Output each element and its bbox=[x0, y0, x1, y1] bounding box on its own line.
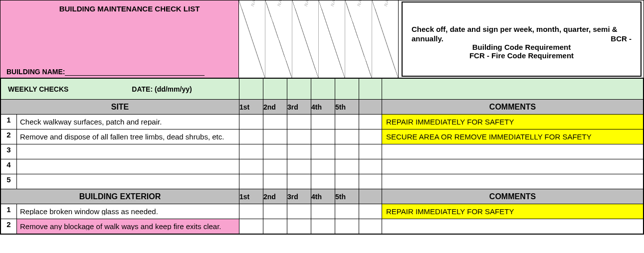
col-4th: 4th bbox=[311, 100, 335, 115]
weekly-checks-label: WEEKLY CHECKS bbox=[1, 85, 132, 93]
building-name-field[interactable]: BUILDING NAME: bbox=[6, 68, 232, 76]
check-1st[interactable] bbox=[239, 144, 263, 159]
building-name-label: BUILDING NAME: bbox=[6, 68, 65, 76]
col-2nd: 2nd bbox=[263, 189, 287, 204]
checklist-document: BUILDING MAINTENANCE CHECK LIST BUILDING… bbox=[0, 0, 644, 235]
check-4th[interactable] bbox=[311, 159, 335, 174]
check-2nd[interactable] bbox=[263, 174, 287, 189]
check-2nd[interactable] bbox=[263, 144, 287, 159]
check-3rd[interactable] bbox=[287, 129, 311, 144]
row-description bbox=[17, 174, 239, 189]
col-1st: 1st bbox=[239, 100, 263, 115]
weekly-date-2[interactable] bbox=[263, 79, 287, 100]
row-description: Check walkway surfaces, patch and repair… bbox=[17, 115, 239, 129]
row-number: 2 bbox=[1, 219, 17, 234]
weekly-date-3[interactable] bbox=[287, 79, 311, 100]
row-gap bbox=[359, 129, 382, 144]
row-number: 5 bbox=[1, 174, 17, 189]
weekly-date-5[interactable] bbox=[335, 79, 359, 100]
check-3rd[interactable] bbox=[287, 115, 311, 129]
name-slot-3[interactable]: NAME bbox=[292, 0, 319, 78]
table-row: 2Remove and dispose of all fallen tree l… bbox=[1, 129, 644, 144]
check-5th[interactable] bbox=[335, 219, 359, 234]
check-1st[interactable] bbox=[239, 159, 263, 174]
row-comment bbox=[382, 219, 644, 234]
check-4th[interactable] bbox=[311, 115, 335, 129]
check-4th[interactable] bbox=[311, 144, 335, 159]
name-slot-1[interactable]: NAME bbox=[239, 0, 265, 78]
col-5th: 5th bbox=[335, 100, 359, 115]
col-3rd: 3rd bbox=[287, 189, 311, 204]
check-2nd[interactable] bbox=[263, 219, 287, 234]
row-comment: REPAIR IMMEDIATELY FOR SAFETY bbox=[382, 115, 644, 129]
col-gap bbox=[359, 189, 382, 204]
check-3rd[interactable] bbox=[287, 144, 311, 159]
section-header-row: SITE1st2nd3rd4th5thCOMMENTS bbox=[1, 100, 644, 115]
section-title: BUILDING EXTERIOR bbox=[1, 189, 239, 204]
check-5th[interactable] bbox=[335, 129, 359, 144]
weekly-checks-row: WEEKLY CHECKS DATE: (dd/mm/yy) bbox=[1, 79, 644, 100]
check-4th[interactable] bbox=[311, 219, 335, 234]
row-description: Replace broken window glass as needed. bbox=[17, 204, 239, 219]
check-3rd[interactable] bbox=[287, 219, 311, 234]
instructions-line-4: FCR - Fire Code Requirement bbox=[412, 51, 632, 60]
check-4th[interactable] bbox=[311, 129, 335, 144]
name-slot-5[interactable]: NAME bbox=[345, 0, 372, 78]
check-5th[interactable] bbox=[335, 204, 359, 219]
table-row: 4 bbox=[1, 159, 644, 174]
table-row: 1Check walkway surfaces, patch and repai… bbox=[1, 115, 644, 129]
weekly-date-1[interactable] bbox=[239, 79, 263, 100]
row-comment bbox=[382, 159, 644, 174]
check-1st[interactable] bbox=[239, 115, 263, 129]
col-gap bbox=[359, 100, 382, 115]
weekly-date-label: DATE: (dd/mm/yy) bbox=[132, 85, 239, 93]
check-3rd[interactable] bbox=[287, 174, 311, 189]
row-gap bbox=[359, 174, 382, 189]
document-title: BUILDING MAINTENANCE CHECK LIST bbox=[6, 4, 232, 13]
check-2nd[interactable] bbox=[263, 115, 287, 129]
col-4th: 4th bbox=[311, 189, 335, 204]
check-5th[interactable] bbox=[335, 159, 359, 174]
row-description bbox=[17, 144, 239, 159]
name-slot-2[interactable]: NAME bbox=[265, 0, 292, 78]
col-2nd: 2nd bbox=[263, 100, 287, 115]
check-5th[interactable] bbox=[335, 144, 359, 159]
check-1st[interactable] bbox=[239, 174, 263, 189]
table-row: 5 bbox=[1, 174, 644, 189]
check-2nd[interactable] bbox=[263, 204, 287, 219]
row-number: 4 bbox=[1, 159, 17, 174]
check-5th[interactable] bbox=[335, 174, 359, 189]
col-1st: 1st bbox=[239, 189, 263, 204]
name-slot-4[interactable]: NAME bbox=[319, 0, 345, 78]
check-1st[interactable] bbox=[239, 219, 263, 234]
check-1st[interactable] bbox=[239, 204, 263, 219]
row-description: Remove and dispose of all fallen tree li… bbox=[17, 129, 239, 144]
instructions-line-3: Building Code Requirement bbox=[412, 43, 632, 51]
row-description bbox=[17, 159, 239, 174]
check-4th[interactable] bbox=[311, 174, 335, 189]
instructions-line-2a: annually. bbox=[412, 34, 443, 43]
row-number: 1 bbox=[1, 115, 17, 129]
instructions-line-2b: BCR - bbox=[611, 34, 632, 43]
row-gap bbox=[359, 204, 382, 219]
name-slot-6[interactable]: NAME bbox=[372, 0, 398, 78]
check-2nd[interactable] bbox=[263, 129, 287, 144]
check-3rd[interactable] bbox=[287, 204, 311, 219]
row-gap bbox=[359, 144, 382, 159]
check-3rd[interactable] bbox=[287, 159, 311, 174]
row-number: 2 bbox=[1, 129, 17, 144]
col-comments: COMMENTS bbox=[382, 189, 644, 204]
row-number: 1 bbox=[1, 204, 17, 219]
row-gap bbox=[359, 219, 382, 234]
row-description: Remove any blockage of walk ways and kee… bbox=[17, 219, 239, 234]
title-block: BUILDING MAINTENANCE CHECK LIST BUILDING… bbox=[0, 0, 239, 78]
row-comment: REPAIR IMMEDIATELY FOR SAFETY bbox=[382, 204, 644, 219]
col-3rd: 3rd bbox=[287, 100, 311, 115]
row-comment bbox=[382, 144, 644, 159]
weekly-date-4[interactable] bbox=[311, 79, 335, 100]
check-5th[interactable] bbox=[335, 115, 359, 129]
check-4th[interactable] bbox=[311, 204, 335, 219]
check-1st[interactable] bbox=[239, 129, 263, 144]
check-2nd[interactable] bbox=[263, 159, 287, 174]
table-row: 1Replace broken window glass as needed.R… bbox=[1, 204, 644, 219]
